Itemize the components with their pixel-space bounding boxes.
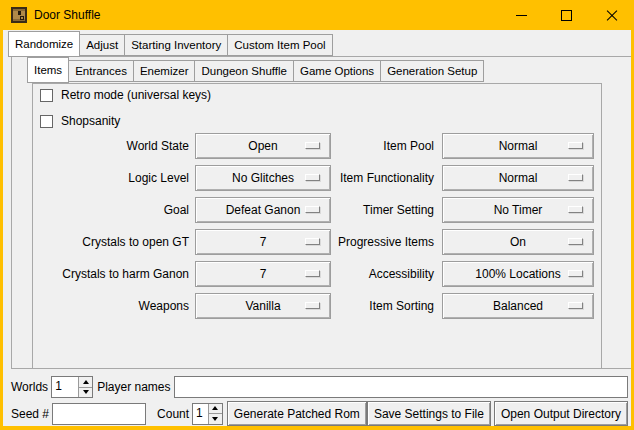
dropdown-indicator-icon [568, 206, 583, 213]
tab-generation-setup[interactable]: Generation Setup [380, 60, 484, 82]
dropdown-indicator-icon [305, 174, 320, 181]
worlds-value: 1 [52, 377, 78, 397]
weapons-dropdown[interactable]: Vanilla [195, 293, 331, 319]
footer-row-1: Worlds 1 Player names [11, 376, 628, 398]
worlds-spin-up-button[interactable] [79, 377, 92, 388]
maximize-button[interactable] [544, 0, 589, 30]
door-shuffle-window: Door Shuffle Randomize Adjust Starting I… [0, 0, 634, 430]
retro-mode-label: Retro mode (universal keys) [61, 88, 211, 102]
open-output-directory-button[interactable]: Open Output Directory [494, 401, 628, 426]
tab-enemizer[interactable]: Enemizer [133, 60, 195, 82]
shopsanity-checkbox-row: Shopsanity [40, 114, 120, 128]
accessibility-dropdown[interactable]: 100% Locations [442, 261, 594, 287]
dropdown-indicator-icon [305, 206, 320, 213]
window-title: Door Shuffle [34, 8, 101, 22]
item-pool-label: Item Pool [331, 133, 442, 159]
maximize-icon [561, 10, 572, 21]
player-names-input[interactable] [174, 376, 629, 398]
items-pane: Retro mode (universal keys) Shopsanity W… [32, 83, 602, 369]
seed-label: Seed # [11, 407, 49, 421]
goal-label: Goal [33, 197, 195, 223]
randomize-tab-bar: Items Entrances Enemizer Dungeon Shuffle… [27, 57, 484, 83]
dropdown-indicator-icon [305, 302, 320, 309]
footer-row-2: Seed # Count 1 Generate Patched Rom Save… [11, 401, 628, 426]
accessibility-label: Accessibility [331, 261, 442, 287]
timer-setting-label: Timer Setting [331, 197, 442, 223]
arrow-down-icon [83, 390, 89, 394]
world-state-dropdown[interactable]: Open [195, 133, 331, 159]
tab-dungeon-shuffle[interactable]: Dungeon Shuffle [194, 60, 292, 82]
tab-custom-item-pool[interactable]: Custom Item Pool [227, 34, 332, 56]
tab-game-options[interactable]: Game Options [293, 60, 380, 82]
item-functionality-label: Item Functionality [331, 165, 442, 191]
retro-mode-checkbox-row: Retro mode (universal keys) [40, 88, 211, 102]
item-sorting-label: Item Sorting [331, 293, 442, 319]
crystals-ganon-dropdown[interactable]: 7 [195, 261, 331, 287]
settings-grid: World State Open Item Pool Normal Logic … [33, 133, 594, 319]
item-functionality-dropdown[interactable]: Normal [442, 165, 594, 191]
crystals-gt-label: Crystals to open GT [33, 229, 195, 255]
retro-mode-checkbox[interactable] [40, 89, 53, 102]
world-state-label: World State [33, 133, 195, 159]
shopsanity-checkbox[interactable] [40, 115, 53, 128]
minimize-button[interactable] [499, 0, 544, 30]
dropdown-indicator-icon [568, 142, 583, 149]
progressive-items-dropdown[interactable]: On [442, 229, 594, 255]
dropdown-indicator-icon [568, 302, 583, 309]
weapons-label: Weapons [33, 293, 195, 319]
arrow-up-icon [83, 380, 89, 384]
worlds-label: Worlds [11, 380, 48, 394]
count-spinner[interactable]: 1 [192, 403, 223, 425]
dropdown-indicator-icon [305, 142, 320, 149]
main-tab-bar: Randomize Adjust Starting Inventory Cust… [8, 31, 333, 57]
crystals-ganon-label: Crystals to harm Ganon [33, 261, 195, 287]
progressive-items-label: Progressive Items [331, 229, 442, 255]
worlds-spinner-arrows [78, 377, 92, 397]
tab-items[interactable]: Items [27, 57, 69, 83]
tab-entrances[interactable]: Entrances [69, 60, 133, 82]
window-controls [499, 0, 634, 30]
dropdown-indicator-icon [568, 174, 583, 181]
titlebar: Door Shuffle [0, 0, 634, 30]
dropdown-indicator-icon [568, 270, 583, 277]
worlds-spin-down-button[interactable] [79, 388, 92, 398]
arrow-up-icon [212, 406, 218, 410]
worlds-spinner[interactable]: 1 [51, 376, 93, 398]
tab-randomize[interactable]: Randomize [8, 31, 80, 57]
shopsanity-label: Shopsanity [61, 114, 120, 128]
tab-starting-inventory[interactable]: Starting Inventory [124, 34, 227, 56]
close-button[interactable] [589, 0, 634, 30]
item-pool-dropdown[interactable]: Normal [442, 133, 594, 159]
dropdown-indicator-icon [568, 238, 583, 245]
close-icon [606, 10, 617, 21]
logic-level-dropdown[interactable]: No Glitches [195, 165, 331, 191]
app-door-icon [11, 7, 27, 23]
player-names-label: Player names [97, 380, 170, 394]
goal-dropdown[interactable]: Defeat Ganon [195, 197, 331, 223]
seed-input[interactable] [52, 403, 146, 425]
dropdown-indicator-icon [305, 270, 320, 277]
count-spin-down-button[interactable] [209, 414, 222, 424]
tab-adjust[interactable]: Adjust [80, 34, 124, 56]
dropdown-indicator-icon [305, 238, 320, 245]
item-sorting-dropdown[interactable]: Balanced [442, 293, 594, 319]
timer-setting-dropdown[interactable]: No Timer [442, 197, 594, 223]
count-value: 1 [193, 404, 208, 424]
count-spinner-arrows [208, 404, 222, 424]
count-spin-up-button[interactable] [209, 404, 222, 415]
minimize-icon [516, 15, 527, 16]
arrow-down-icon [212, 417, 218, 421]
crystals-gt-dropdown[interactable]: 7 [195, 229, 331, 255]
logic-level-label: Logic Level [33, 165, 195, 191]
generate-patched-rom-button[interactable]: Generate Patched Rom [227, 401, 367, 426]
count-label: Count [157, 407, 189, 421]
randomize-pane: Retro mode (universal keys) Shopsanity W… [11, 56, 632, 369]
save-settings-button[interactable]: Save Settings to File [367, 401, 491, 426]
